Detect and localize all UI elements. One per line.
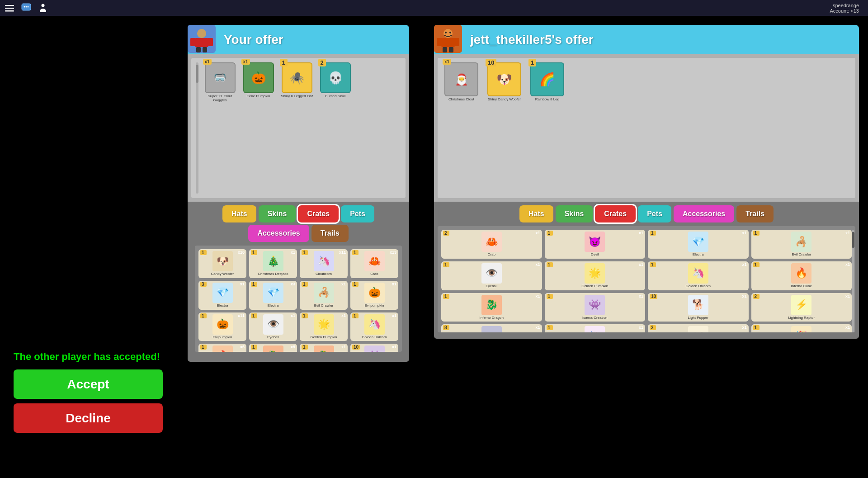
inv-candy-woofer[interactable]: 🐶 1 x10 Candy Woofer (198, 249, 246, 278)
tab-crates-your[interactable]: Crates (298, 205, 339, 222)
inv-label: Clouticorn (316, 272, 332, 276)
tab-skins-your[interactable]: Skins (259, 205, 296, 222)
their-inv-eyeball[interactable]: 👁️ 1 x1 Eyeball (441, 261, 542, 290)
qty-top: 1 (302, 282, 308, 287)
tab-hats-their[interactable]: Hats (519, 205, 553, 222)
their-inv-inferno-dragon[interactable]: 🐉 1 x1 Inferno Dragon (441, 293, 542, 322)
your-offer-items-area: 🥽 x1 Super XL Clout Goggles 🎃 x1 Eerie P… (188, 54, 409, 202)
inv-evil-crawler[interactable]: 🦂 1 x1 Evil Crawler (300, 281, 348, 310)
character-icon[interactable] (38, 3, 48, 13)
inv-eyeball[interactable]: 👁️ 1 x1 Eyeball (249, 312, 297, 341)
top-bar: speedrange Account: <13 (0, 0, 868, 16)
their-inv-party-pet[interactable]: 🎉 1 x1 Party Pet (751, 324, 852, 332)
svg-point-6 (28, 6, 29, 7)
their-inv-noobicorn[interactable]: 🦄 1 x1 Noobicorn (545, 324, 646, 332)
svg-rect-11 (190, 38, 196, 46)
offer-item-cursed-skull[interactable]: 💀 2 Cursed Skull (318, 62, 352, 98)
tab-pets-their[interactable]: Pets (638, 205, 671, 222)
accepted-status: The other player has accepted! (14, 351, 163, 363)
action-area: The other player has accepted! Accept De… (14, 351, 163, 433)
tab-skins-their[interactable]: Skins (556, 205, 593, 222)
inv-clouticorn[interactable]: 🦄 1 x11 Clouticorn (300, 249, 348, 278)
inv-evilpumpkin-1[interactable]: 🎃 1 x1 Evilpumpkin (350, 281, 398, 310)
chat-icon[interactable] (21, 3, 31, 13)
decline-button[interactable]: Decline (14, 403, 163, 433)
inv-golden-pumpkin[interactable]: 🌟 1 x1 Golden Pumpkin (300, 312, 348, 341)
svg-rect-18 (437, 38, 442, 46)
tab-trails-your[interactable]: Trails (311, 225, 349, 242)
inv-golden-unicorn[interactable]: 🦄 1 x1 Golden Unicorn (350, 312, 398, 341)
qty-right: x1 (392, 282, 396, 286)
svg-rect-13 (196, 47, 201, 52)
qty-right: x1 (291, 313, 295, 318)
their-panel-bottom (434, 336, 859, 339)
inv-label: Evilpumpkin (364, 304, 384, 308)
qty-right: x1 (392, 345, 396, 349)
offer-item-super-xl-clout-goggles[interactable]: 🥽 x1 Super XL Clout Goggles (203, 62, 237, 102)
item-label: Shiny 6 Legged Oof (281, 94, 313, 98)
qty-top: 3 (200, 282, 207, 287)
item-count: x1 (203, 59, 212, 65)
your-offer-tabs: Hats Skins Crates Pets Accessories Trail… (188, 202, 409, 246)
qty-right: x1 (341, 313, 346, 318)
tab-accessories-their[interactable]: Accessories (674, 205, 734, 222)
inv-label: Golden Unicorn (362, 336, 387, 340)
their-inv-evil-crawler[interactable]: 🦂 1 x1 Evil Crawler (751, 230, 852, 259)
inv-evilpumpkin-2[interactable]: 🎃 1 x11 Evilpumpkin (198, 312, 246, 341)
tab-pets-your[interactable]: Pets (341, 205, 374, 222)
their-inv-lightning-raptor[interactable]: ⚡ 2 x1 Lightning Raptor (751, 293, 852, 322)
inv-inferno-dragon-2[interactable]: 🐉 1 x1 Inferno Dragon (300, 344, 348, 352)
svg-rect-17 (441, 38, 455, 47)
tab-crates-their[interactable]: Crates (595, 205, 636, 222)
inv-label: Evil Crawler (314, 304, 334, 308)
offer-item-eerie-pumpkin[interactable]: 🎃 x1 Eerie Pumpkin (241, 62, 275, 98)
qty-top: 1 (302, 313, 308, 318)
inv-inferno-dragon-1[interactable]: 🐉 1 x9 Inferno Dragon (249, 344, 297, 352)
their-offer-item-christmas-clout[interactable]: 🎅 x1 Christmas Clout (442, 62, 481, 101)
inv-label: Christmas Deejaco (258, 272, 288, 276)
qty-top: 1 (352, 250, 359, 255)
accept-button[interactable]: Accept (14, 369, 163, 399)
item-label: Christmas Clout (448, 97, 474, 101)
tab-accessories-your[interactable]: Accessories (248, 225, 309, 242)
item-count: 2 (318, 59, 326, 66)
their-scrollbar[interactable] (852, 230, 854, 332)
offer-item-shiny-6-legged-oof[interactable]: 🕷️ 1 Shiny 6 Legged Oof (280, 62, 314, 98)
inv-crab[interactable]: 🦀 1 x13 Crab (350, 249, 398, 278)
svg-point-23 (449, 32, 451, 33)
their-inv-devil[interactable]: 😈 1 x1 Devil (545, 230, 646, 259)
their-inv-golden-pumpkin[interactable]: 🌟 1 x1 Golden Pumpkin (545, 261, 646, 290)
their-offer-title: jett_thekiller5's offer (470, 33, 594, 47)
their-offer-items: 🎅 x1 Christmas Clout 🐶 10 Shiny Candy Wo… (438, 58, 855, 198)
item-icon: 💀 (320, 62, 351, 93)
their-offer-item-shiny-candy-woofer[interactable]: 🐶 10 Shiny Candy Woofer (485, 62, 524, 101)
inv-isaacs-creation[interactable]: 👾 10 x1 Isaacs Creation (350, 344, 398, 352)
inv-christmas-deejaco[interactable]: 🎄 1 x1 Christmas Deejaco (249, 249, 297, 278)
menu-icon[interactable] (5, 3, 14, 13)
their-inv-isaecs-creation[interactable]: 👾 1 x1 Isaecs Creation (545, 293, 646, 322)
tab-hats-your[interactable]: Hats (222, 205, 256, 222)
item-count: 1 (280, 59, 288, 66)
scroll-indicator (196, 62, 198, 194)
their-inv-crab[interactable]: 🦀 2 x1 Crab (441, 230, 542, 259)
inv-inferno-cube[interactable]: 🔥 1 x6 Inferno Cube (198, 344, 246, 352)
their-inv-golden-unicorn[interactable]: 🦄 1 x1 Golden Unicorn (648, 261, 749, 290)
svg-rect-21 (449, 47, 453, 52)
svg-point-22 (445, 32, 447, 33)
item-count: 1 (528, 59, 536, 66)
their-inv-oof-doggo[interactable]: 🐶 2 x1 Oof Doggo (648, 324, 749, 332)
your-offer-items: 🥽 x1 Super XL Clout Goggles 🎃 x1 Eerie P… (191, 58, 406, 198)
qty-right: x9 (291, 345, 295, 349)
their-inv-electra[interactable]: 💎 1 x1 Electra (648, 230, 749, 259)
inv-electra-2[interactable]: 💎 1 x3 Electra (249, 281, 297, 310)
item-icon: 🕷️ (282, 62, 312, 93)
their-inv-light-pupper[interactable]: 🐕 10 x1 Light Pupper (648, 293, 749, 322)
qty-right: x13 (390, 250, 396, 255)
their-offer-item-rainbow-8-leg[interactable]: 🌈 1 Rainbow 8 Leg (528, 62, 566, 101)
tab-trails-their[interactable]: Trails (736, 205, 774, 222)
inv-electra-1[interactable]: 💎 3 x1 Electra (198, 281, 246, 310)
their-inv-night-dweller[interactable]: 🦇 8 x1 Night Dweller (441, 324, 542, 332)
their-inv-inferno-cube[interactable]: 🔥 1 x1 Inferno Cube (751, 261, 852, 290)
qty-right: x1 (291, 250, 295, 255)
your-avatar (188, 25, 216, 53)
